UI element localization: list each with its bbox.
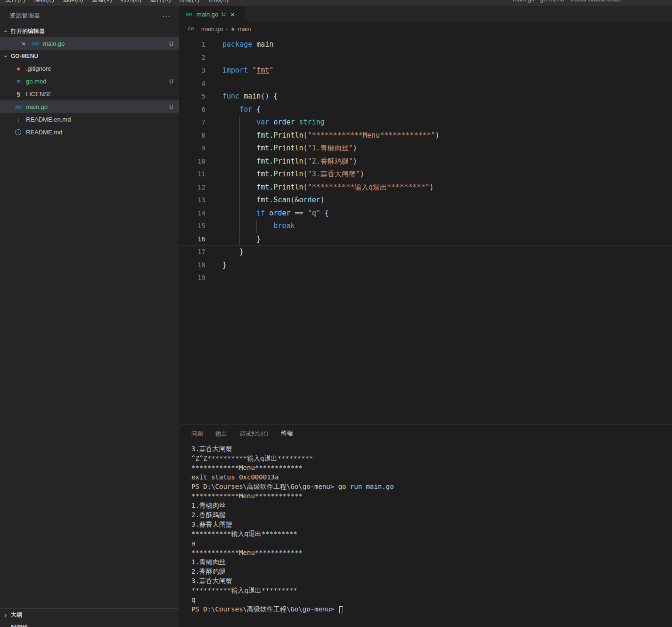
file-tree-item[interactable]: ◆.gitignore [0, 62, 179, 75]
editor-area: GO main.go U × GO main.go › ◈ main 1pack… [179, 6, 672, 627]
indent-guide [239, 220, 240, 233]
breadcrumb: GO main.go › ◈ main [179, 22, 672, 35]
chevron-down-icon: › [2, 27, 9, 35]
menu-item[interactable]: 查看(V) [87, 0, 116, 4]
breadcrumb-file[interactable]: main.go [201, 25, 223, 33]
menu-item[interactable]: 运行(R) [146, 0, 175, 4]
code-line: 3import "fmt" [179, 64, 672, 77]
open-editors-list: ×GOmain.goU [0, 37, 179, 50]
terminal[interactable]: 3.蒜香大闸蟹^Z^Z**********输入q退出**************… [179, 442, 672, 627]
line-number: 8 [179, 129, 215, 142]
code-line: 2 [179, 51, 672, 65]
open-editors-header[interactable]: › 打开的编辑器 [0, 25, 179, 37]
file-tree-item[interactable]: §LICENSE [0, 88, 179, 100]
line-number: 19 [179, 272, 215, 285]
code-line-content: } [222, 233, 672, 246]
menu-item[interactable]: 选择(S) [58, 0, 87, 4]
indent-guide [239, 116, 240, 129]
menu-item[interactable]: 帮助(H) [204, 0, 233, 4]
file-tree-item[interactable]: GOmain.goU [0, 100, 179, 113]
menu-item[interactable]: 终端(T) [175, 0, 204, 4]
code-editor[interactable]: 1package main23import "fmt"45func main()… [179, 35, 672, 424]
terminal-line: 3.蒜香大闸蟹 [191, 520, 667, 529]
terminal-line: 1.青椒肉丝 [191, 557, 667, 567]
chevron-right-icon: › [2, 611, 9, 619]
terminal-line: PS D:\Courses\高级软件工程\Go\go-menu> go run … [191, 482, 667, 491]
explorer-sidebar: 资源管理器 ··· › 打开的编辑器 ×GOmain.goU › GO-MENU… [0, 6, 179, 627]
tab-main-go[interactable]: GO main.go U × [179, 6, 245, 22]
file-name: README.en.md [26, 116, 71, 123]
code-line: 7 var order string [179, 116, 672, 129]
outline-section-header[interactable]: › 大纲 [0, 608, 179, 621]
indent-guide [239, 233, 240, 246]
folder-header[interactable]: › GO-MENU [0, 50, 179, 62]
bottom-panel: 问题输出调试控制台终端 3.蒜香大闸蟹^Z^Z**********输入q退出**… [179, 424, 672, 627]
indent-guide [239, 142, 240, 155]
file-tree-item[interactable]: iREADME.md [0, 126, 179, 139]
code-line-content [222, 77, 672, 91]
line-number: 14 [179, 207, 215, 220]
panel-tab[interactable]: 调试控制台 [237, 426, 272, 441]
terminal-line: ^Z^Z**********输入q退出********* [191, 454, 667, 463]
terminal-line: 2.香酥鸡腿 [191, 510, 667, 520]
terminal-line: **********输入q退出********* [191, 529, 667, 538]
vscode-window: 文件(F)编辑(E)选择(S)查看(V)转到(G)运行(R)终端(T)帮助(H)… [0, 0, 672, 627]
panel-tabs: 问题输出调试控制台终端 [179, 425, 672, 442]
code-line: 18} [179, 259, 672, 272]
code-line-content: for { [222, 103, 672, 116]
git-status-badge: U [169, 104, 173, 110]
code-line: 15 break [179, 220, 672, 233]
panel-tab[interactable]: 终端 [279, 425, 296, 441]
indent-guide [239, 168, 240, 181]
panel-tab[interactable]: 输出 [213, 426, 230, 441]
file-name: go.mod [26, 78, 46, 85]
open-editor-item[interactable]: ×GOmain.goU [0, 37, 179, 50]
file-tree: ◆.gitignore≡go.modU§LICENSEGOmain.goU↓RE… [0, 62, 179, 139]
terminal-line: ************Menu************ [191, 463, 667, 472]
file-tree-item[interactable]: ↓README.en.md [0, 113, 179, 126]
file-name: .gitignore [26, 65, 51, 72]
terminal-line: a [191, 538, 667, 548]
explorer-header: 资源管理器 ··· [0, 6, 179, 25]
menubar: 文件(F)编辑(E)选择(S)查看(V)转到(G)运行(R)终端(T)帮助(H) [1, 0, 233, 6]
editor-tabbar: GO main.go U × [179, 6, 672, 22]
outline-label: 大纲 [11, 611, 22, 619]
go-icon: GO [14, 103, 23, 111]
close-icon[interactable]: × [230, 10, 235, 18]
code-line: 8 fmt.Println("************Menu*********… [179, 129, 672, 142]
line-number: 18 [179, 259, 215, 272]
indent-guide [239, 207, 240, 220]
sidebar-bottom-sections: › 大纲 › 时间线 [0, 608, 179, 627]
menu-item[interactable]: 文件(F) [1, 0, 30, 4]
line-number: 15 [179, 220, 215, 233]
code-line: 12 fmt.Println("**********输入q退出*********… [179, 181, 672, 194]
info-icon: i [15, 129, 21, 135]
timeline-section-header[interactable]: › 时间线 [0, 621, 179, 627]
more-actions-icon[interactable]: ··· [162, 12, 171, 20]
go-icon: GO [185, 10, 193, 18]
menu-item[interactable]: 编辑(E) [30, 0, 58, 4]
explorer-title: 资源管理器 [9, 11, 40, 20]
line-number: 1 [179, 38, 215, 51]
open-editors-label: 打开的编辑器 [11, 27, 45, 35]
close-icon[interactable]: × [22, 40, 30, 48]
code-line-content: fmt.Println("**********输入q退出*********") [222, 181, 672, 194]
code-line-content: } [222, 259, 672, 272]
line-number: 5 [179, 90, 215, 103]
window-title: main.go - go-menu - Visual Studio Code [513, 0, 622, 6]
code-line: 6 for { [179, 103, 672, 116]
file-tree-item[interactable]: ≡go.modU [0, 75, 179, 88]
terminal-line: 1.青椒肉丝 [191, 501, 667, 510]
breadcrumb-symbol[interactable]: main [238, 25, 251, 33]
chevron-right-icon: › [226, 25, 228, 33]
indent-guide [256, 220, 257, 233]
code-line-content: var order string [222, 116, 672, 129]
line-number: 13 [179, 194, 215, 207]
code-line-content: if order == "q" { [222, 207, 672, 220]
code-line: 16 } [179, 233, 672, 246]
menu-item[interactable]: 转到(G) [116, 0, 146, 4]
code-line-content: fmt.Scan(&order) [222, 194, 672, 207]
panel-tab[interactable]: 问题 [188, 426, 206, 441]
line-number: 3 [179, 64, 215, 77]
terminal-line: **********输入q退出********* [191, 586, 667, 595]
